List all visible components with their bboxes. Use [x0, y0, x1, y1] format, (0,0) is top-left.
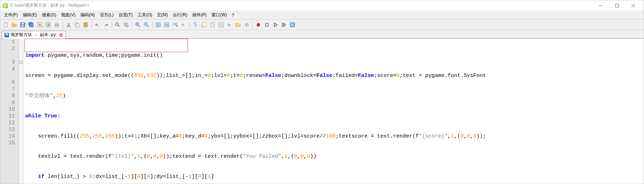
- close-button[interactable]: [625, 0, 642, 11]
- titlebar: C:\user\俄罗斯方块 - 副本.py - Notepad++: [0, 0, 644, 11]
- toolbar-separator: [189, 21, 190, 28]
- record-macro-icon[interactable]: [254, 21, 262, 29]
- svg-rect-46: [165, 25, 169, 27]
- line-number: 4: [0, 66, 15, 72]
- minimize-button[interactable]: [592, 0, 609, 11]
- code-line[interactable]: screen.fill((255,255,255));t+=1;Xb=[];ke…: [25, 133, 644, 140]
- doc-list-icon[interactable]: [217, 21, 225, 29]
- menu-macro[interactable]: 宏(M): [155, 11, 170, 19]
- print-icon[interactable]: [53, 21, 61, 29]
- undo-icon[interactable]: [93, 21, 101, 29]
- svg-point-67: [246, 24, 247, 26]
- code-line[interactable]: textlvl = text.render(f"{lvl}",1,(0,0,0)…: [25, 153, 644, 160]
- copy-icon[interactable]: [73, 21, 81, 29]
- folder-workspace-icon[interactable]: [234, 21, 242, 29]
- toolbar-separator: [91, 21, 92, 28]
- code-line[interactable]: screen = pygame.display.set_mode((452,63…: [25, 72, 644, 79]
- close-file-icon[interactable]: [36, 21, 44, 29]
- menu-encoding[interactable]: 编码(N): [78, 11, 97, 19]
- code-line[interactable]: while True:: [25, 113, 644, 119]
- toolbar-separator: [132, 21, 132, 28]
- play-macro-icon[interactable]: [272, 21, 279, 29]
- menubar: 文件(F) 编辑(E) 搜索(S) 视图(V) 编码(N) 语言(L) 设置(T…: [0, 11, 644, 19]
- show-all-chars-icon[interactable]: ¶: [180, 21, 188, 29]
- function-list-icon[interactable]: fx: [226, 21, 234, 29]
- menu-edit[interactable]: 编辑(E): [21, 11, 39, 19]
- menu-plugins[interactable]: 插件(P): [190, 11, 209, 19]
- svg-rect-23: [56, 26, 58, 27]
- menu-settings[interactable]: 设置(T): [117, 11, 135, 19]
- svg-rect-44: [159, 23, 160, 27]
- fold-collapse-icon[interactable]: −: [20, 61, 23, 64]
- line-number: 12: [0, 119, 15, 126]
- indent-guide-icon[interactable]: [192, 21, 199, 29]
- menu-file[interactable]: 文件(F): [2, 11, 20, 19]
- svg-rect-2: [4, 5, 7, 6]
- play-multi-icon[interactable]: [280, 21, 288, 29]
- line-number: 7: [0, 86, 15, 93]
- sync-hscroll-icon[interactable]: [163, 21, 171, 29]
- code-line[interactable]: import pygame,sys,random,time;pygame.ini…: [25, 52, 644, 59]
- menu-language[interactable]: 语言(L): [98, 11, 116, 19]
- save-all-icon[interactable]: [27, 21, 35, 29]
- toolbar-separator: [252, 21, 253, 28]
- line-number: 6: [0, 79, 15, 86]
- svg-text:¶: ¶: [182, 23, 184, 27]
- close-all-icon[interactable]: [44, 21, 52, 29]
- replace-icon[interactable]: [122, 21, 130, 29]
- open-file-icon[interactable]: [10, 21, 18, 29]
- toolbar-separator: [63, 21, 63, 28]
- toolbar-separator: [152, 21, 152, 28]
- monitoring-icon[interactable]: [243, 21, 251, 29]
- word-wrap-icon[interactable]: [171, 21, 179, 29]
- paste-icon[interactable]: [82, 21, 90, 29]
- line-number: 1: [0, 39, 15, 45]
- svg-rect-8: [4, 23, 7, 27]
- tabbar: 俄罗斯方块 - 副本.py: [0, 30, 644, 39]
- tab-close-icon[interactable]: [59, 33, 64, 38]
- redo-icon[interactable]: [102, 21, 110, 29]
- svg-point-32: [116, 23, 118, 26]
- menu-run[interactable]: 运行(R): [171, 11, 189, 19]
- code-area[interactable]: import pygame,sys,random,time;pygame.ini…: [24, 39, 644, 184]
- svg-rect-13: [30, 23, 33, 27]
- save-macro-icon[interactable]: [289, 21, 296, 29]
- file-saved-icon: [4, 33, 9, 38]
- find-icon[interactable]: [114, 21, 122, 29]
- stop-macro-icon[interactable]: [263, 21, 271, 29]
- svg-rect-22: [56, 23, 58, 24]
- app-icon: [2, 3, 8, 9]
- svg-rect-45: [165, 23, 169, 24]
- zoom-out-icon[interactable]: [143, 21, 150, 29]
- save-icon[interactable]: [19, 21, 27, 29]
- cut-icon[interactable]: [65, 21, 73, 29]
- doc-map-icon[interactable]: [209, 21, 216, 29]
- line-number: 9: [0, 99, 15, 106]
- new-file-icon[interactable]: [2, 21, 10, 29]
- menu-search[interactable]: 搜索(S): [40, 11, 58, 19]
- menu-window[interactable]: 窗口(W): [209, 11, 229, 19]
- line-number: [0, 52, 15, 59]
- tab-active[interactable]: 俄罗斯方块 - 副本.py: [2, 31, 66, 39]
- svg-point-61: [220, 26, 220, 26]
- svg-point-60: [220, 24, 220, 25]
- line-number: [0, 146, 15, 153]
- user-lang-icon[interactable]: L: [200, 21, 208, 29]
- line-number: 2: [0, 45, 15, 52]
- svg-point-24: [67, 26, 68, 27]
- svg-point-34: [124, 23, 126, 25]
- code-line[interactable]: if len(list_) > 0:dx=list_[-1][0][0];dy=…: [25, 173, 644, 180]
- code-line[interactable]: "华文楷体",25): [25, 93, 644, 99]
- fold-column: −: [19, 39, 24, 184]
- menu-help[interactable]: ?: [230, 12, 236, 18]
- svg-point-35: [126, 25, 128, 27]
- zoom-in-icon[interactable]: [134, 21, 142, 29]
- menu-view[interactable]: 视图(V): [59, 11, 77, 19]
- editor[interactable]: 1 2 3 4 6 7 8 9 10 11 12 13 14 15 −: [0, 39, 644, 184]
- svg-rect-11: [21, 25, 24, 27]
- sync-vscroll-icon[interactable]: [154, 21, 162, 29]
- menu-tools[interactable]: 工具(O): [135, 11, 154, 19]
- maximize-button[interactable]: [609, 0, 625, 11]
- notepadpp-window: C:\user\俄罗斯方块 - 副本.py - Notepad++ 文件(F) …: [0, 0, 644, 184]
- svg-line-41: [147, 25, 149, 27]
